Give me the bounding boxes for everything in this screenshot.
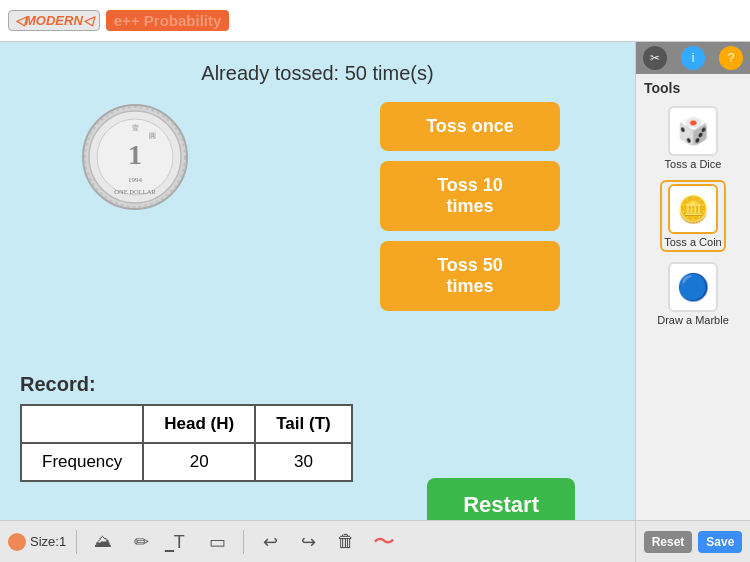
sidebar-item-toss-dice[interactable]: 🎲 Toss a Dice bbox=[663, 104, 724, 172]
dice-icon: 🎲 bbox=[668, 106, 718, 156]
head-frequency-value: 20 bbox=[143, 443, 255, 481]
svg-text:1994: 1994 bbox=[128, 176, 143, 184]
tail-col-header: Tail (T) bbox=[255, 405, 351, 443]
sidebar-item-toss-coin[interactable]: 🪙 Toss a Coin bbox=[660, 180, 725, 252]
coin-image: 1 壹 圓 1994 ONE DOLLAR bbox=[80, 102, 190, 212]
svg-text:ONE DOLLAR: ONE DOLLAR bbox=[114, 188, 156, 195]
head-col-header: Head (H) bbox=[143, 405, 255, 443]
info-icon[interactable]: i bbox=[681, 46, 705, 70]
toss-dice-label: Toss a Dice bbox=[665, 158, 722, 170]
sidebar: ✂ i ? Tools 🎲 Toss a Dice 🪙 Toss a Coin … bbox=[635, 42, 750, 562]
modern-logo: ◁MODERN◁ bbox=[8, 10, 100, 31]
toss-buttons-area: Toss once Toss 10 times Toss 50 times bbox=[380, 102, 560, 311]
toss-once-button[interactable]: Toss once bbox=[380, 102, 560, 151]
redo-icon-button[interactable]: ↪ bbox=[292, 526, 324, 558]
frequency-col-header bbox=[21, 405, 143, 443]
already-tossed-label: Already tossed: 50 time(s) bbox=[20, 62, 615, 85]
underline-icon-button[interactable]: ̲T bbox=[163, 526, 195, 558]
bottom-right-buttons: Reset Save bbox=[635, 520, 750, 562]
toss-coin-label: Toss a Coin bbox=[664, 236, 721, 248]
svg-text:圓: 圓 bbox=[149, 132, 156, 140]
size-indicator: Size:1 bbox=[8, 533, 66, 551]
app-header: ◁MODERN◁ e++ Probability bbox=[0, 0, 750, 42]
wave-icon-button[interactable]: 〜 bbox=[368, 526, 400, 558]
sidebar-item-draw-marble[interactable]: 🔵 Draw a Marble bbox=[655, 260, 731, 328]
size-label: Size:1 bbox=[30, 534, 66, 549]
content-area: Already tossed: 50 time(s) 1 壹 圓 1994 ON… bbox=[0, 42, 635, 562]
draw-marble-label: Draw a Marble bbox=[657, 314, 729, 326]
row-label-frequency: Frequency bbox=[21, 443, 143, 481]
svg-text:壹: 壹 bbox=[132, 124, 139, 132]
toolbar-separator-2 bbox=[243, 530, 244, 554]
pencil-icon-button[interactable]: ✏ bbox=[125, 526, 157, 558]
record-area: Record: Head (H) Tail (T) Frequency 20 3… bbox=[20, 373, 353, 482]
toolbar-separator bbox=[76, 530, 77, 554]
scissors-icon[interactable]: ✂ bbox=[643, 46, 667, 70]
size-dot bbox=[8, 533, 26, 551]
undo-icon-button[interactable]: ↩ bbox=[254, 526, 286, 558]
trash-icon-button[interactable]: 🗑 bbox=[330, 526, 362, 558]
tools-label: Tools bbox=[644, 80, 680, 96]
question-icon[interactable]: ? bbox=[719, 46, 743, 70]
bottom-toolbar: Size:1 ⛰ ✏ ̲T ▭ ↩ ↪ 🗑 〜 bbox=[0, 520, 635, 562]
record-label: Record: bbox=[20, 373, 353, 396]
eraser-icon-button[interactable]: ▭ bbox=[201, 526, 233, 558]
epp-logo: e++ Probability bbox=[106, 10, 230, 31]
coin-area: 1 壹 圓 1994 ONE DOLLAR bbox=[80, 102, 190, 216]
coin-icon: 🪙 bbox=[668, 184, 718, 234]
marble-icon: 🔵 bbox=[668, 262, 718, 312]
mountain-icon-button[interactable]: ⛰ bbox=[87, 526, 119, 558]
table-row: Frequency 20 30 bbox=[21, 443, 352, 481]
tail-frequency-value: 30 bbox=[255, 443, 351, 481]
toss-10-button[interactable]: Toss 10 times bbox=[380, 161, 560, 231]
save-button[interactable]: Save bbox=[698, 531, 742, 553]
sidebar-top-icons: ✂ i ? bbox=[636, 42, 750, 74]
record-table: Head (H) Tail (T) Frequency 20 30 bbox=[20, 404, 353, 482]
main-area: Already tossed: 50 time(s) 1 壹 圓 1994 ON… bbox=[0, 42, 750, 562]
toss-50-button[interactable]: Toss 50 times bbox=[380, 241, 560, 311]
reset-button[interactable]: Reset bbox=[644, 531, 693, 553]
svg-text:1: 1 bbox=[128, 139, 142, 170]
